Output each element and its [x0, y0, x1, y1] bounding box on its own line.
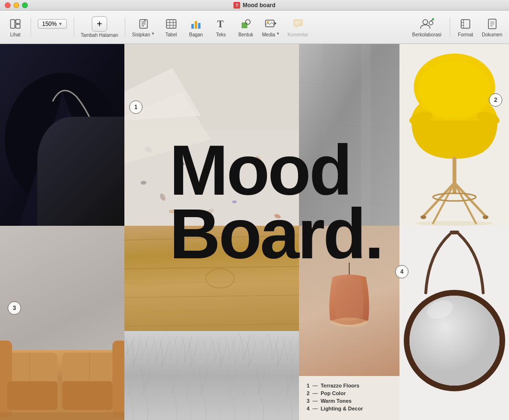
media-icon: [265, 17, 277, 31]
legend-text-4: Lighting & Decor: [321, 406, 363, 411]
window-controls[interactable]: [5, 2, 28, 8]
toolbar-tambah[interactable]: + Tambah Halaman: [78, 13, 121, 41]
svg-point-75: [483, 215, 488, 219]
page-badge-3: 3: [8, 301, 21, 315]
svg-point-26: [432, 18, 434, 20]
svg-rect-102: [450, 231, 459, 234]
tambah-label: Tambah Halaman: [81, 33, 118, 38]
maximize-button[interactable]: [22, 2, 28, 8]
legend-text-1: Terrazzo Floors: [321, 383, 359, 388]
svg-rect-1: [16, 20, 20, 23]
berkolaborasi-icon: [420, 17, 434, 31]
svg-rect-86: [7, 381, 57, 410]
toolbar-bagan[interactable]: Bagan: [185, 13, 208, 41]
cell-gray-sofa: [0, 226, 124, 420]
legend-section: 1 — Terrazzo Floors 2 — Pop Color 3 — Wa…: [299, 376, 399, 420]
canvas-area: 1 — Terrazzo Floors 2 — Pop Color 3 — Wa…: [0, 44, 509, 420]
toolbar-komentar[interactable]: Komentar: [285, 13, 311, 41]
legend-text-2: Pop Color: [321, 390, 346, 396]
minimize-button[interactable]: [13, 2, 19, 8]
toolbar-teks[interactable]: T Teks: [210, 13, 232, 41]
toolbar-media[interactable]: Media ▼: [259, 13, 283, 41]
svg-point-15: [245, 20, 250, 24]
page-badge-2: 2: [489, 93, 502, 107]
svg-point-23: [429, 21, 433, 25]
svg-point-76: [416, 221, 493, 226]
bentuk-label: Bentuk: [238, 32, 253, 37]
toolbar-right: Berkolaborasi Format: [408, 13, 505, 41]
svg-point-65: [419, 61, 490, 118]
svg-point-48: [169, 210, 176, 213]
cell-mirror: [399, 226, 509, 420]
legend-dash-4: —: [312, 406, 318, 411]
legend-item-3: 3 — Warm Tones: [307, 398, 392, 404]
mood-board: 1 — Terrazzo Floors 2 — Pop Color 3 — Wa…: [0, 44, 509, 420]
komentar-label: Komentar: [288, 32, 308, 37]
format-icon: [460, 17, 471, 31]
page-badge-4: 4: [395, 265, 409, 278]
svg-point-74: [420, 215, 426, 219]
svg-point-53: [242, 191, 246, 194]
svg-rect-60: [323, 44, 337, 226]
svg-point-100: [331, 318, 367, 327]
svg-marker-18: [275, 22, 277, 25]
legend-num-2: 2: [307, 390, 310, 396]
bagan-label: Bagan: [189, 32, 203, 37]
legend-item-4: 4 — Lighting & Decor: [307, 406, 392, 411]
legend-num-4: 4: [307, 406, 310, 411]
svg-point-104: [409, 296, 499, 386]
close-button[interactable]: [5, 2, 11, 8]
svg-point-45: [199, 181, 203, 184]
svg-point-51: [141, 181, 146, 185]
svg-rect-8: [166, 20, 176, 28]
svg-point-47: [270, 172, 275, 175]
komentar-icon: [293, 17, 303, 31]
legend-dash-1: —: [312, 383, 318, 388]
teks-label: Teks: [216, 32, 226, 37]
page-badge-1: 1: [129, 100, 143, 114]
toolbar-format[interactable]: Format: [454, 13, 477, 41]
separator-1: [31, 18, 31, 37]
svg-rect-27: [461, 20, 470, 28]
format-label: Format: [458, 32, 473, 37]
cell-yellow-chair: [399, 44, 509, 226]
sisipkan-chevron: ▼: [151, 32, 155, 36]
lamp-section: [299, 226, 399, 376]
tabel-label: Tabel: [166, 32, 177, 37]
sisipkan-icon: [139, 17, 148, 31]
toolbar-zoom[interactable]: 150% ▼ 150%: [35, 13, 70, 41]
zoom-control[interactable]: 150% ▼: [38, 19, 67, 29]
cell-leather-chair: [0, 44, 124, 226]
window-title-text: Mood board: [243, 2, 276, 9]
lihat-icon: [10, 17, 21, 31]
cell-terrazzo: [124, 44, 299, 226]
legend-text-3: Warm Tones: [321, 398, 352, 404]
zoom-value: 150%: [42, 21, 57, 27]
toolbar-berkolaborasi[interactable]: Berkolaborasi: [408, 13, 446, 41]
bentuk-icon: [241, 17, 251, 31]
svg-rect-89: [124, 226, 299, 331]
separator-2: [74, 18, 74, 37]
toolbar-sisipkan[interactable]: Sisipkan ▼: [129, 13, 158, 41]
toolbar-tabel[interactable]: Tabel: [160, 13, 183, 41]
svg-text:T: T: [217, 19, 224, 29]
svg-marker-7: [144, 20, 145, 22]
legend-num-1: 1: [307, 383, 310, 388]
dokumen-icon: [487, 17, 498, 31]
chevron-down-icon: ▼: [58, 22, 63, 26]
toolbar-dokumen[interactable]: Dokumen: [479, 13, 505, 41]
cell-lamp-legend: 1 — Terrazzo Floors 2 — Pop Color 3 — Wa…: [299, 226, 399, 420]
legend-item-1: 1 — Terrazzo Floors: [307, 383, 392, 388]
app-icon: 7: [233, 2, 240, 9]
lihat-label: Lihat: [10, 32, 21, 37]
svg-point-43: [284, 190, 290, 194]
toolbar-bentuk[interactable]: Bentuk: [234, 13, 257, 41]
separator-3: [125, 18, 125, 37]
add-icon[interactable]: +: [92, 16, 107, 32]
berkolaborasi-label: Berkolaborasi: [412, 32, 442, 37]
legend-dash-2: —: [312, 390, 318, 396]
toolbar-lihat[interactable]: Lihat: [4, 13, 27, 41]
svg-rect-14: [242, 22, 247, 28]
svg-point-17: [267, 21, 269, 23]
svg-rect-2: [16, 24, 20, 28]
